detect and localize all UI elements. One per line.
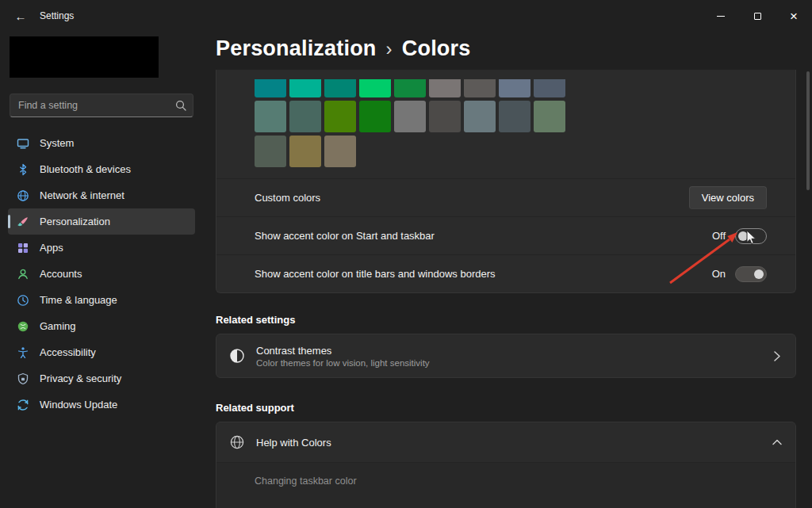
- search-box: [10, 94, 193, 117]
- bluetooth-icon: [17, 163, 29, 176]
- globe-icon: [229, 434, 245, 450]
- accent-color-row: [255, 79, 783, 97]
- sidebar-item-apps[interactable]: Apps: [8, 235, 195, 261]
- sidebar-item-gaming[interactable]: Gaming: [8, 313, 195, 339]
- accent-swatch[interactable]: [464, 101, 496, 132]
- accent-title-bars-row: Show accent color on title bars and wind…: [216, 254, 795, 292]
- gaming-icon: [17, 320, 29, 333]
- help-with-colors-row[interactable]: Help with Colors: [216, 422, 795, 462]
- sidebar-item-label: Accounts: [40, 268, 82, 280]
- sidebar: SystemBluetooth & devicesNetwork & inter…: [0, 32, 203, 508]
- main-content: Custom colors View colors Show accent co…: [216, 70, 796, 508]
- accent-color-row: [255, 136, 783, 167]
- accent-swatch[interactable]: [429, 79, 461, 97]
- accent-swatch[interactable]: [464, 79, 496, 97]
- toggle-knob: [738, 231, 748, 241]
- accent-swatch[interactable]: [394, 101, 426, 132]
- accent-swatch[interactable]: [429, 101, 461, 132]
- accent-swatch[interactable]: [359, 101, 391, 132]
- related-settings-card: Contrast themes Color themes for low vis…: [216, 334, 796, 378]
- sidebar-item-accounts[interactable]: Accounts: [8, 261, 195, 287]
- main-scrollbar-thumb[interactable]: [806, 71, 810, 190]
- help-links: Changing taskbar color: [216, 462, 795, 508]
- accent-start-taskbar-toggle[interactable]: [735, 228, 767, 244]
- personalization-icon: [17, 216, 29, 228]
- window-title: Settings: [40, 10, 74, 21]
- help-card: Help with Colors Changing taskbar color: [216, 422, 796, 508]
- accent-swatch[interactable]: [289, 79, 321, 97]
- view-colors-button[interactable]: View colors: [689, 186, 767, 209]
- accent-swatch[interactable]: [499, 79, 530, 97]
- sidebar-item-label: Time & language: [40, 294, 117, 306]
- toggle-knob: [754, 269, 764, 279]
- accent-swatch[interactable]: [289, 101, 321, 132]
- sidebar-item-system[interactable]: System: [8, 130, 195, 156]
- accent-start-taskbar-state: Off: [712, 230, 726, 242]
- sidebar-item-accessibility[interactable]: Accessibility: [8, 339, 195, 365]
- sidebar-item-label: Gaming: [40, 320, 76, 332]
- close-button[interactable]: ×: [776, 0, 812, 32]
- sidebar-item-label: Privacy & security: [40, 372, 121, 384]
- accent-swatch[interactable]: [324, 79, 356, 97]
- sidebar-item-label: Bluetooth & devices: [40, 163, 131, 175]
- sidebar-item-windows-update[interactable]: Windows Update: [8, 392, 195, 418]
- accounts-icon: [17, 268, 29, 281]
- titlebar: ← Settings ×: [0, 0, 812, 32]
- accent-swatch[interactable]: [534, 101, 565, 132]
- related-support-heading: Related support: [216, 402, 796, 414]
- contrast-themes-title: Contrast themes: [256, 345, 760, 357]
- contrast-themes-icon: [229, 348, 245, 364]
- minimize-icon: [717, 16, 725, 17]
- minimize-button[interactable]: [703, 0, 739, 32]
- contrast-themes-row[interactable]: Contrast themes Color themes for low vis…: [216, 334, 795, 377]
- breadcrumb-parent[interactable]: Personalization: [216, 36, 377, 61]
- accent-color-row: [255, 101, 783, 132]
- window-controls: ×: [703, 0, 812, 32]
- sidebar-item-time-language[interactable]: Time & language: [8, 287, 195, 313]
- accent-title-bars-toggle[interactable]: [735, 266, 767, 282]
- related-settings-heading: Related settings: [216, 314, 796, 326]
- accent-swatch[interactable]: [255, 136, 286, 167]
- accent-swatch[interactable]: [255, 101, 286, 132]
- sidebar-item-label: Windows Update: [40, 399, 117, 411]
- accent-colors-card: Custom colors View colors Show accent co…: [216, 70, 796, 293]
- accent-title-bars-state: On: [712, 268, 726, 280]
- update-icon: [17, 399, 29, 411]
- breadcrumb: Personalization › Colors: [216, 36, 470, 61]
- accessibility-icon: [17, 346, 29, 359]
- sidebar-item-network-internet[interactable]: Network & internet: [8, 182, 195, 208]
- privacy-icon: [17, 372, 29, 385]
- contrast-themes-subtitle: Color themes for low vision, light sensi…: [256, 358, 760, 368]
- back-arrow-icon: ←: [15, 10, 27, 23]
- accent-swatch[interactable]: [255, 79, 286, 97]
- accent-swatch[interactable]: [324, 136, 356, 167]
- back-button[interactable]: ←: [6, 4, 35, 28]
- sidebar-nav: SystemBluetooth & devicesNetwork & inter…: [8, 130, 195, 418]
- close-icon: ×: [790, 10, 798, 23]
- time-icon: [17, 294, 29, 307]
- accent-swatch[interactable]: [324, 101, 356, 132]
- accent-swatch[interactable]: [289, 136, 321, 167]
- help-link[interactable]: Changing taskbar color: [255, 476, 783, 487]
- maximize-button[interactable]: [739, 0, 776, 32]
- accent-swatch[interactable]: [359, 79, 391, 97]
- network-icon: [17, 189, 29, 202]
- sidebar-item-label: System: [40, 137, 74, 149]
- search-input[interactable]: [10, 94, 193, 117]
- accent-swatch[interactable]: [534, 79, 565, 97]
- accent-start-taskbar-row: Show accent color on Start and taskbar O…: [216, 216, 795, 254]
- accent-swatch[interactable]: [499, 101, 530, 132]
- sidebar-item-personalization[interactable]: Personalization: [8, 208, 195, 235]
- sidebar-item-bluetooth-devices[interactable]: Bluetooth & devices: [8, 156, 195, 182]
- selected-indicator: [8, 215, 10, 228]
- custom-colors-label: Custom colors: [255, 192, 689, 204]
- sidebar-item-label: Personalization: [40, 216, 110, 227]
- sidebar-item-privacy-security[interactable]: Privacy & security: [8, 365, 195, 392]
- accent-swatch[interactable]: [394, 79, 426, 97]
- system-icon: [17, 137, 29, 150]
- search-icon: [174, 99, 187, 112]
- accent-color-grid: [216, 70, 795, 178]
- page-title: Colors: [402, 36, 471, 61]
- breadcrumb-separator-icon: ›: [386, 38, 393, 60]
- accent-start-taskbar-label: Show accent color on Start and taskbar: [255, 230, 712, 242]
